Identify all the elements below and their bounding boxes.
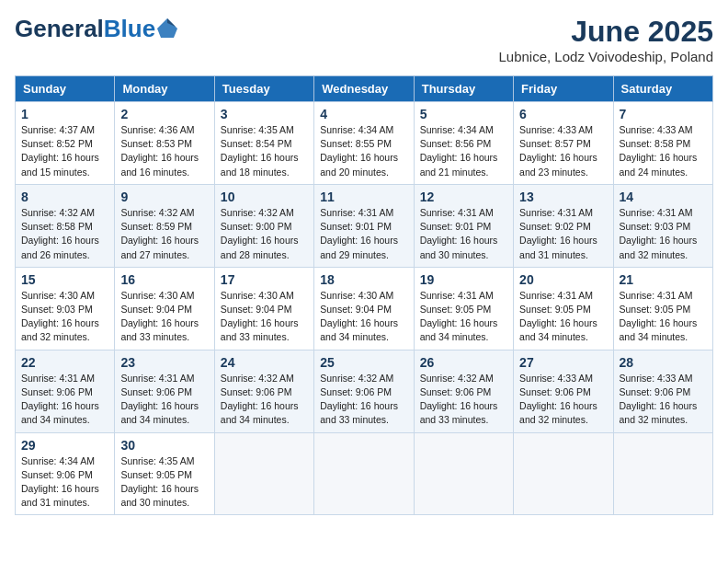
day-info: Sunrise: 4:31 AMSunset: 9:05 PMDaylight:… xyxy=(519,289,607,345)
calendar-cell: 25Sunrise: 4:32 AMSunset: 9:06 PMDayligh… xyxy=(314,350,414,432)
calendar-cell: 14Sunrise: 4:31 AMSunset: 9:03 PMDayligh… xyxy=(613,184,712,267)
day-info: Sunrise: 4:33 AMSunset: 9:06 PMDaylight:… xyxy=(620,372,707,428)
main-title: June 2025 xyxy=(498,15,713,49)
calendar-cell: 4Sunrise: 4:34 AMSunset: 8:55 PMDaylight… xyxy=(314,102,414,185)
calendar-cell: 16Sunrise: 4:30 AMSunset: 9:04 PMDayligh… xyxy=(115,267,214,350)
day-info: Sunrise: 4:35 AMSunset: 9:05 PMDaylight:… xyxy=(120,454,208,511)
calendar-cell: 17Sunrise: 4:30 AMSunset: 9:04 PMDayligh… xyxy=(214,267,313,350)
calendar-cell xyxy=(613,432,712,515)
subtitle: Lubnice, Lodz Voivodeship, Poland xyxy=(498,49,713,64)
calendar-cell: 19Sunrise: 4:31 AMSunset: 9:05 PMDayligh… xyxy=(414,267,513,350)
day-number: 19 xyxy=(420,272,507,287)
calendar-cell: 30Sunrise: 4:35 AMSunset: 9:05 PMDayligh… xyxy=(115,432,214,515)
day-info: Sunrise: 4:31 AMSunset: 9:01 PMDaylight:… xyxy=(420,206,507,262)
day-number: 24 xyxy=(221,355,308,370)
day-number: 1 xyxy=(21,107,108,121)
day-info: Sunrise: 4:31 AMSunset: 9:05 PMDaylight:… xyxy=(620,289,707,345)
calendar-cell: 1Sunrise: 4:37 AMSunset: 8:52 PMDaylight… xyxy=(16,102,115,185)
calendar-cell xyxy=(214,432,313,515)
day-number: 14 xyxy=(620,190,707,204)
logo-general: GeneralBlue xyxy=(15,15,155,43)
calendar-cell: 26Sunrise: 4:32 AMSunset: 9:06 PMDayligh… xyxy=(414,350,513,432)
day-info: Sunrise: 4:32 AMSunset: 9:06 PMDaylight:… xyxy=(320,372,407,428)
calendar-header-row: SundayMondayTuesdayWednesdayThursdayFrid… xyxy=(16,76,713,102)
column-header-saturday: Saturday xyxy=(613,76,712,102)
calendar-cell: 18Sunrise: 4:30 AMSunset: 9:04 PMDayligh… xyxy=(314,267,414,350)
calendar-cell: 13Sunrise: 4:31 AMSunset: 9:02 PMDayligh… xyxy=(514,184,613,267)
calendar-cell: 15Sunrise: 4:30 AMSunset: 9:03 PMDayligh… xyxy=(16,267,115,350)
column-header-thursday: Thursday xyxy=(414,76,513,102)
day-info: Sunrise: 4:35 AMSunset: 8:54 PMDaylight:… xyxy=(221,123,308,179)
calendar-cell: 10Sunrise: 4:32 AMSunset: 9:00 PMDayligh… xyxy=(214,184,313,267)
calendar-cell: 20Sunrise: 4:31 AMSunset: 9:05 PMDayligh… xyxy=(514,267,613,350)
column-header-friday: Friday xyxy=(514,76,613,102)
day-number: 2 xyxy=(120,107,208,121)
day-number: 20 xyxy=(519,272,607,287)
column-header-wednesday: Wednesday xyxy=(314,76,414,102)
day-info: Sunrise: 4:30 AMSunset: 9:04 PMDaylight:… xyxy=(120,289,208,345)
day-info: Sunrise: 4:31 AMSunset: 9:01 PMDaylight:… xyxy=(320,206,407,262)
day-info: Sunrise: 4:32 AMSunset: 9:06 PMDaylight:… xyxy=(221,372,308,428)
day-number: 10 xyxy=(221,190,308,204)
day-number: 11 xyxy=(320,190,407,204)
calendar-cell: 7Sunrise: 4:33 AMSunset: 8:58 PMDaylight… xyxy=(613,102,712,185)
calendar-cell: 28Sunrise: 4:33 AMSunset: 9:06 PMDayligh… xyxy=(613,350,712,432)
day-number: 27 xyxy=(519,355,607,370)
calendar-cell: 27Sunrise: 4:33 AMSunset: 9:06 PMDayligh… xyxy=(514,350,613,432)
calendar-cell xyxy=(314,432,414,515)
day-info: Sunrise: 4:33 AMSunset: 8:57 PMDaylight:… xyxy=(519,123,607,179)
calendar-cell xyxy=(514,432,613,515)
calendar-week-4: 22Sunrise: 4:31 AMSunset: 9:06 PMDayligh… xyxy=(16,350,713,432)
calendar-week-3: 15Sunrise: 4:30 AMSunset: 9:03 PMDayligh… xyxy=(16,267,713,350)
day-number: 5 xyxy=(420,107,507,121)
column-header-tuesday: Tuesday xyxy=(214,76,313,102)
day-info: Sunrise: 4:31 AMSunset: 9:02 PMDaylight:… xyxy=(519,206,607,262)
calendar-cell: 2Sunrise: 4:36 AMSunset: 8:53 PMDaylight… xyxy=(115,102,214,185)
day-number: 26 xyxy=(420,355,507,370)
logo-icon xyxy=(157,17,177,38)
calendar-cell xyxy=(414,432,513,515)
day-info: Sunrise: 4:32 AMSunset: 8:59 PMDaylight:… xyxy=(120,206,208,262)
column-header-monday: Monday xyxy=(115,76,214,102)
day-number: 3 xyxy=(221,107,308,121)
day-number: 4 xyxy=(320,107,407,121)
day-number: 15 xyxy=(21,272,108,287)
calendar-cell: 8Sunrise: 4:32 AMSunset: 8:58 PMDaylight… xyxy=(16,184,115,267)
day-number: 22 xyxy=(21,355,108,370)
title-block: June 2025 Lubnice, Lodz Voivodeship, Pol… xyxy=(498,15,713,64)
day-info: Sunrise: 4:36 AMSunset: 8:53 PMDaylight:… xyxy=(120,123,208,179)
day-info: Sunrise: 4:30 AMSunset: 9:04 PMDaylight:… xyxy=(320,289,407,345)
day-number: 18 xyxy=(320,272,407,287)
day-number: 8 xyxy=(21,190,108,204)
day-number: 16 xyxy=(120,272,208,287)
calendar-cell: 5Sunrise: 4:34 AMSunset: 8:56 PMDaylight… xyxy=(414,102,513,185)
day-info: Sunrise: 4:34 AMSunset: 8:55 PMDaylight:… xyxy=(320,123,407,179)
day-number: 29 xyxy=(21,438,108,453)
calendar-cell: 11Sunrise: 4:31 AMSunset: 9:01 PMDayligh… xyxy=(314,184,414,267)
day-info: Sunrise: 4:34 AMSunset: 9:06 PMDaylight:… xyxy=(21,454,108,511)
calendar-cell: 9Sunrise: 4:32 AMSunset: 8:59 PMDaylight… xyxy=(115,184,214,267)
calendar-cell: 21Sunrise: 4:31 AMSunset: 9:05 PMDayligh… xyxy=(613,267,712,350)
day-number: 9 xyxy=(120,190,208,204)
calendar-cell: 29Sunrise: 4:34 AMSunset: 9:06 PMDayligh… xyxy=(16,432,115,515)
day-info: Sunrise: 4:31 AMSunset: 9:05 PMDaylight:… xyxy=(420,289,507,345)
day-number: 30 xyxy=(120,438,208,453)
logo: GeneralBlue xyxy=(15,15,177,43)
column-header-sunday: Sunday xyxy=(16,76,115,102)
day-number: 28 xyxy=(620,355,707,370)
day-info: Sunrise: 4:33 AMSunset: 9:06 PMDaylight:… xyxy=(519,372,607,428)
day-info: Sunrise: 4:32 AMSunset: 9:00 PMDaylight:… xyxy=(221,206,308,262)
calendar-cell: 23Sunrise: 4:31 AMSunset: 9:06 PMDayligh… xyxy=(115,350,214,432)
day-number: 23 xyxy=(120,355,208,370)
calendar-cell: 6Sunrise: 4:33 AMSunset: 8:57 PMDaylight… xyxy=(514,102,613,185)
day-info: Sunrise: 4:31 AMSunset: 9:03 PMDaylight:… xyxy=(620,206,707,262)
day-info: Sunrise: 4:37 AMSunset: 8:52 PMDaylight:… xyxy=(21,123,108,179)
calendar-cell: 22Sunrise: 4:31 AMSunset: 9:06 PMDayligh… xyxy=(16,350,115,432)
day-info: Sunrise: 4:33 AMSunset: 8:58 PMDaylight:… xyxy=(620,123,707,179)
day-number: 25 xyxy=(320,355,407,370)
calendar-week-5: 29Sunrise: 4:34 AMSunset: 9:06 PMDayligh… xyxy=(16,432,713,515)
day-number: 7 xyxy=(620,107,707,121)
calendar-cell: 3Sunrise: 4:35 AMSunset: 8:54 PMDaylight… xyxy=(214,102,313,185)
day-number: 12 xyxy=(420,190,507,204)
calendar-week-2: 8Sunrise: 4:32 AMSunset: 8:58 PMDaylight… xyxy=(16,184,713,267)
